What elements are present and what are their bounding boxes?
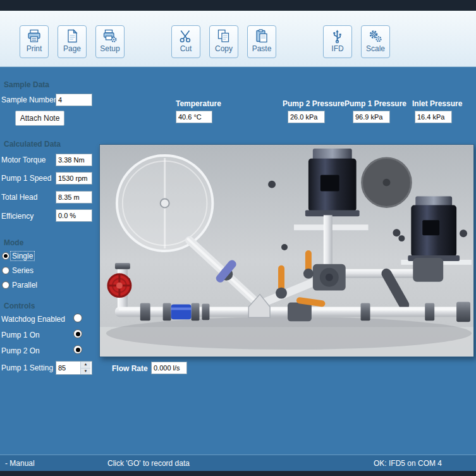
status-mode-text: - Manual <box>5 459 35 468</box>
print-button-label: Print <box>27 44 42 53</box>
mode-radio-parallel-label[interactable]: Parallel <box>12 281 37 290</box>
pump2-pressure-value: 26.0 kPa <box>288 111 325 123</box>
pump1-setting-spin-buttons: ▲ ▼ <box>80 362 90 374</box>
inlet-pressure-label: Inlet Pressure <box>412 99 462 108</box>
copy-button[interactable]: Copy <box>209 25 238 58</box>
mode-radio-single-label[interactable]: Single <box>11 252 34 260</box>
toolbar: Print Page <box>0 11 476 67</box>
total-head-label: Total Head <box>1 193 37 202</box>
mode-radio-series-label[interactable]: Series <box>12 266 34 275</box>
mode-radio-single[interactable] <box>2 252 9 260</box>
toolbar-group-clipboard: Cut Copy <box>171 25 276 58</box>
scale-button-label: Scale <box>366 44 385 53</box>
pump2-motor <box>408 197 460 261</box>
scissors-icon <box>178 28 193 44</box>
spin-down-icon[interactable]: ▼ <box>81 369 90 375</box>
copy-icon <box>216 28 231 44</box>
window-bottom-strip <box>0 471 476 476</box>
blue-union <box>171 304 192 319</box>
gears-icon <box>368 28 383 44</box>
pump1-volute <box>313 264 346 291</box>
sample-data-section-header: Sample Data <box>4 80 49 89</box>
pump2-volute <box>413 258 443 282</box>
motor-torque-value: 3.38 Nm <box>56 154 92 166</box>
toolbar-group-print: Print Page <box>20 25 125 58</box>
pump1-setting-label: Pump 1 Setting <box>1 363 53 372</box>
flow-rate-value: 0.000 l/s <box>151 362 187 374</box>
page-icon <box>64 28 80 44</box>
pump2-on-switch[interactable] <box>73 345 82 354</box>
printer-setup-icon <box>102 28 118 44</box>
pump2-pressure-label: Pump 2 Pressure <box>283 99 345 108</box>
watchdog-enabled-label: Watchdog Enabled <box>1 315 65 324</box>
usb-icon <box>330 28 345 44</box>
page-button[interactable]: Page <box>58 25 87 58</box>
motor-torque-label: Motor Torque <box>1 156 46 164</box>
total-head-value: 8.35 m <box>56 191 92 204</box>
printer-icon <box>27 28 42 44</box>
pump2-on-label: Pump 2 On <box>1 346 40 355</box>
status-bar: - Manual Click 'GO' to record data OK: I… <box>0 455 476 471</box>
cut-button[interactable]: Cut <box>171 25 200 58</box>
reservoir-tank <box>117 156 212 251</box>
temperature-value: 40.6 °C <box>176 111 212 123</box>
efficiency-value: 0.0 % <box>56 209 92 222</box>
page-button-label: Page <box>63 44 81 53</box>
setup-button[interactable]: Setup <box>95 25 125 58</box>
flow-rate-label: Flow Rate <box>112 364 148 373</box>
sample-number-label: Sample Number <box>1 95 56 104</box>
status-message: Click 'GO' to record data <box>107 459 190 468</box>
pump1-pressure-label: Pump 1 Pressure <box>345 99 406 108</box>
inlet-pressure-value: 16.4 kPa <box>415 111 452 123</box>
impeller-disc <box>362 158 412 207</box>
pump1-pressure-value: 96.9 kPa <box>353 111 390 123</box>
red-valve-handwheel <box>108 274 131 297</box>
window-top-strip <box>0 0 476 11</box>
watchdog-enabled-switch[interactable] <box>73 314 82 322</box>
pump1-setting-stepper[interactable]: ▲ ▼ <box>56 361 92 375</box>
efficiency-label: Efficiency <box>1 212 34 221</box>
attach-note-button[interactable]: Attach Note <box>15 111 64 126</box>
mode-section-header: Mode <box>4 238 23 247</box>
sample-number-input[interactable] <box>56 94 92 106</box>
mode-radio-series[interactable] <box>2 267 9 274</box>
spin-up-icon[interactable]: ▲ <box>81 362 90 369</box>
pump1-motor <box>305 149 360 216</box>
cut-button-label: Cut <box>180 44 192 53</box>
pump1-setting-input[interactable] <box>56 362 80 374</box>
print-button[interactable]: Print <box>20 25 49 58</box>
clipboard-icon <box>254 28 269 44</box>
setup-button-label: Setup <box>100 44 119 53</box>
ifd-button-label: IFD <box>331 44 343 53</box>
scale-button[interactable]: Scale <box>361 25 390 58</box>
pump1-speed-label: Pump 1 Speed <box>1 174 51 183</box>
mode-radio-parallel[interactable] <box>2 281 9 289</box>
copy-button-label: Copy <box>215 44 233 53</box>
apparatus-photo <box>99 144 474 357</box>
controls-section-header: Controls <box>4 302 35 310</box>
pump1-on-switch[interactable] <box>73 329 82 338</box>
paste-button-label: Paste <box>252 44 272 53</box>
temperature-label: Temperature <box>176 99 221 108</box>
calculated-data-section-header: Calculated Data <box>4 140 61 149</box>
paste-button[interactable]: Paste <box>247 25 276 58</box>
pump1-speed-value: 1530 rpm <box>56 172 92 185</box>
pump1-on-label: Pump 1 On <box>1 331 40 339</box>
ifd-button[interactable]: IFD <box>323 25 352 58</box>
toolbar-group-device: IFD Scale <box>323 25 390 58</box>
status-connection: OK: IFD5 on COM 4 <box>374 459 442 468</box>
